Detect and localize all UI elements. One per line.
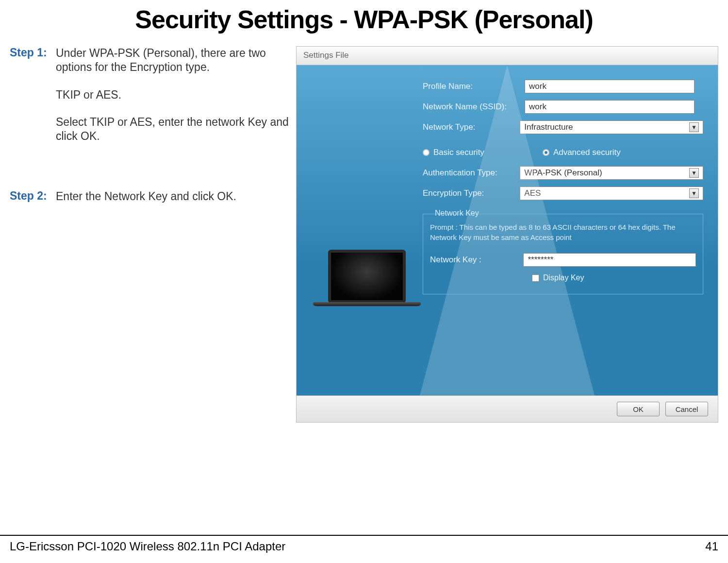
laptop-screen-icon [328, 250, 406, 303]
network-type-select[interactable]: Infrastructure ▼ [520, 120, 703, 134]
page-number: 41 [705, 540, 718, 553]
dialog-footer: OK Cancel [297, 395, 718, 422]
advanced-security-label: Advanced security [553, 148, 621, 157]
advanced-security-radio[interactable]: Advanced security [543, 148, 621, 157]
ssid-label: Network Name (SSID): [423, 102, 525, 112]
step-2-label: Step 2: [10, 189, 56, 204]
page-title: Security Settings - WPA-PSK (Personal) [0, 0, 728, 46]
basic-security-label: Basic security [433, 148, 484, 157]
auth-type-value: WPA-PSK (Personal) [524, 168, 602, 178]
settings-dialog: Settings File Profile Name: Network Name… [296, 46, 718, 423]
display-key-checkbox[interactable]: Display Key [532, 273, 696, 282]
network-key-group: Network Key Prompt : This can be typed a… [423, 214, 703, 294]
laptop-illustration [311, 250, 423, 342]
enc-type-select[interactable]: AES ▼ [520, 187, 703, 200]
network-type-label: Network Type: [423, 122, 520, 132]
dialog-titlebar: Settings File [297, 47, 718, 65]
step-1-p1: Under WPA-PSK (Personal), there are two … [56, 46, 289, 74]
ssid-input[interactable] [525, 100, 695, 114]
network-key-label: Network Key : [430, 255, 523, 265]
network-key-input[interactable] [523, 253, 696, 267]
step-1-label: Step 1: [10, 46, 56, 143]
step-1-p2: TKIP or AES. [56, 88, 289, 102]
step-2-p1: Enter the Network Key and click OK. [56, 189, 236, 204]
auth-type-label: Authentication Type: [423, 168, 520, 178]
laptop-base-icon [312, 302, 422, 306]
display-key-label: Display Key [543, 273, 584, 282]
step-2: Step 2: Enter the Network Key and click … [10, 189, 289, 204]
page-footer: LG-Ericsson PCI-1020 Wireless 802.11n PC… [0, 535, 728, 553]
radio-icon [423, 149, 430, 156]
cancel-button[interactable]: Cancel [665, 402, 708, 416]
steps-column: Step 1: Under WPA-PSK (Personal), there … [10, 46, 296, 423]
step-1-p3: Select TKIP or AES, enter the network Ke… [56, 115, 289, 143]
profile-name-input[interactable] [525, 80, 695, 93]
footer-product: LG-Ericsson PCI-1020 Wireless 802.11n PC… [10, 540, 285, 553]
step-1: Step 1: Under WPA-PSK (Personal), there … [10, 46, 289, 143]
enc-type-value: AES [524, 188, 541, 198]
chevron-down-icon: ▼ [689, 188, 699, 198]
radio-icon [543, 149, 549, 156]
chevron-down-icon: ▼ [689, 122, 699, 132]
enc-type-label: Encryption Type: [423, 188, 520, 198]
checkbox-icon [532, 274, 539, 282]
chevron-down-icon: ▼ [689, 168, 699, 178]
security-mode-row: Basic security Advanced security [423, 148, 703, 157]
network-type-value: Infrastructure [524, 122, 573, 132]
step-2-body: Enter the Network Key and click OK. [56, 189, 236, 204]
network-key-legend: Network Key [432, 209, 482, 218]
profile-name-label: Profile Name: [423, 82, 525, 91]
step-1-body: Under WPA-PSK (Personal), there are two … [56, 46, 289, 143]
basic-security-radio[interactable]: Basic security [423, 148, 484, 157]
network-key-prompt: Prompt : This can be typed as 8 to 63 AS… [430, 222, 696, 242]
auth-type-select[interactable]: WPA-PSK (Personal) ▼ [520, 166, 703, 180]
dialog-body: Profile Name: Network Name (SSID): Netwo… [297, 65, 718, 395]
ok-button[interactable]: OK [617, 402, 660, 416]
